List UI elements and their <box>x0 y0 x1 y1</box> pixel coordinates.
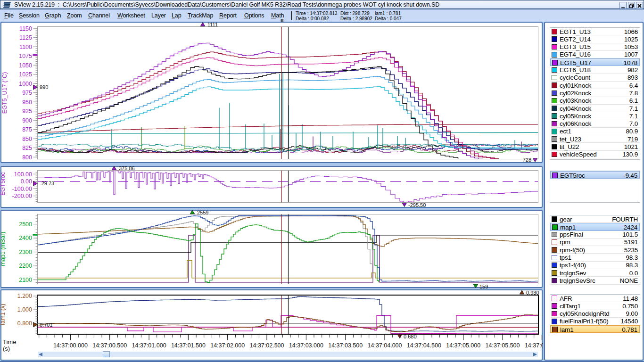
svg-text:14:37:04.500: 14:37:04.500 <box>407 342 441 349</box>
svg-text:14:37:00.000: 14:37:00.000 <box>53 342 88 349</box>
svg-text:2559: 2559 <box>197 210 208 215</box>
svg-text:925: 925 <box>22 108 32 115</box>
svg-text:1.200: 1.200 <box>17 293 32 299</box>
svg-text:875: 875 <box>22 126 32 133</box>
svg-text:14:37:05.500: 14:37:05.500 <box>486 342 520 349</box>
svg-text:1000: 1000 <box>19 81 32 87</box>
svg-text:14:37:06.000: 14:37:06.000 <box>525 342 543 349</box>
svg-text:1125: 1125 <box>19 34 32 41</box>
svg-text:850: 850 <box>22 136 32 142</box>
svg-text:900: 900 <box>22 117 32 124</box>
svg-text:EGT5_U17 (°C): EGT5_U17 (°C) <box>1 72 8 114</box>
svg-text:14:37:01.000: 14:37:01.000 <box>132 342 166 349</box>
svg-text:0.680: 0.680 <box>404 334 417 339</box>
svg-text:0.00: 0.00 <box>21 178 32 185</box>
svg-text:2100: 2100 <box>19 277 32 283</box>
svg-text:800: 800 <box>22 154 32 161</box>
svg-text:0.701: 0.701 <box>40 322 53 328</box>
svg-text:(s): (s) <box>3 345 10 352</box>
svg-text:100.00: 100.00 <box>14 171 32 178</box>
svg-text:14:37:02.500: 14:37:02.500 <box>250 342 284 349</box>
svg-text:825: 825 <box>22 145 32 151</box>
svg-text:map1 (mBar): map1 (mBar) <box>0 232 6 266</box>
svg-text:2300: 2300 <box>19 249 32 255</box>
svg-text:14:37:01.500: 14:37:01.500 <box>171 342 206 349</box>
svg-text:2500: 2500 <box>19 221 32 228</box>
svg-text:375.86: 375.86 <box>119 165 135 171</box>
svg-text:-100.00: -100.00 <box>12 186 32 192</box>
svg-text:-295.50: -295.50 <box>408 202 426 208</box>
svg-text:1100: 1100 <box>19 44 32 50</box>
svg-text:14:37:05.000: 14:37:05.000 <box>446 342 480 349</box>
svg-text:1075: 1075 <box>19 53 32 59</box>
svg-text:950: 950 <box>22 99 32 106</box>
svg-text:990: 990 <box>40 84 48 90</box>
svg-text:14:37:03.000: 14:37:03.000 <box>289 342 323 349</box>
svg-text:975: 975 <box>22 90 32 96</box>
svg-text:EGT5roc: EGT5roc <box>0 172 6 196</box>
svg-text:1050: 1050 <box>19 62 32 69</box>
svg-text:159: 159 <box>479 284 488 289</box>
svg-text:1150: 1150 <box>19 25 32 32</box>
svg-text:lam1 (λ): lam1 (λ) <box>0 304 6 325</box>
svg-text:14:37:04.000: 14:37:04.000 <box>368 342 402 349</box>
svg-text:0.930: 0.930 <box>526 290 539 296</box>
svg-text:1111: 1111 <box>207 22 218 27</box>
svg-text:-29.73: -29.73 <box>40 181 54 186</box>
svg-text:14:37:00.500: 14:37:00.500 <box>92 342 127 349</box>
svg-text:728: 728 <box>523 157 531 163</box>
svg-text:1025: 1025 <box>19 71 32 78</box>
svg-text:14:37:02.000: 14:37:02.000 <box>210 342 245 349</box>
svg-text:0.800: 0.800 <box>17 320 32 327</box>
svg-text:14:37:03.500: 14:37:03.500 <box>328 342 363 349</box>
svg-text:-200.00: -200.00 <box>12 193 32 199</box>
svg-text:2400: 2400 <box>19 235 32 241</box>
svg-text:2200: 2200 <box>19 263 32 269</box>
svg-text:Time: Time <box>3 338 16 346</box>
svg-text:1.000: 1.000 <box>17 306 32 313</box>
